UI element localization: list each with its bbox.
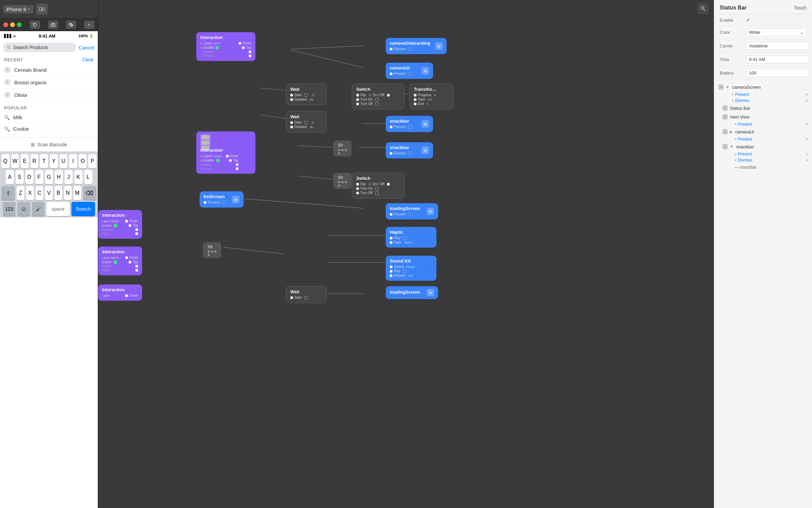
wait-node-1[interactable]: Wait Start Duration 4s xyxy=(286,84,326,105)
chevron-btn[interactable] xyxy=(84,21,94,29)
or-node-1[interactable]: Or xyxy=(333,141,352,156)
settings-btn[interactable] xyxy=(66,21,76,29)
popular-item-milk[interactable]: 🔍 Milk xyxy=(4,112,94,123)
key-f[interactable]: F xyxy=(35,170,43,184)
camera-ui-node[interactable]: cameraUI Present ⊞ xyxy=(386,63,433,79)
or-node-2[interactable]: Or xyxy=(333,173,352,189)
key-h[interactable]: H xyxy=(55,170,63,184)
battery-input[interactable] xyxy=(746,69,809,77)
wait-node-3[interactable]: Wait Start xyxy=(286,286,326,303)
key-e[interactable]: E xyxy=(21,154,29,168)
sound-kit-node[interactable]: Sound Kit Sound Compl… Play Volume 100 xyxy=(386,256,436,281)
key-u[interactable]: U xyxy=(60,154,68,168)
popular-item-cookie[interactable]: 🔍 Cookie xyxy=(4,123,94,135)
tree-item-cameraui[interactable]: □ ▶ cameraUI xyxy=(714,127,812,136)
time-input[interactable] xyxy=(746,56,809,63)
key-o[interactable]: O xyxy=(79,154,87,168)
interaction-node-1[interactable]: Interaction Layer gotIT Down Enable Tap … xyxy=(196,32,255,61)
key-search[interactable]: Search xyxy=(71,202,95,216)
device-select[interactable]: iPhone 8 xyxy=(3,5,33,14)
recent-item-breast[interactable]: ⟳ Breast organic xyxy=(4,76,94,89)
chevron-right-icon[interactable]: ▶ xyxy=(730,130,732,134)
key-a[interactable]: A xyxy=(6,170,14,184)
switch-node-2[interactable]: Switch Flip On / Off Turn On Turn Off xyxy=(352,173,404,198)
node-action-btn[interactable]: ⊞ xyxy=(427,289,434,296)
interaction-node-5[interactable]: Interaction Layer Down xyxy=(98,284,142,301)
key-delete[interactable]: ⌫ xyxy=(83,186,96,200)
key-g[interactable]: G xyxy=(45,170,53,184)
loading-screen-node-2[interactable]: loadingScreen ⊞ xyxy=(386,286,438,299)
tree-link-present-alert[interactable]: Present xyxy=(714,121,812,127)
node-action-btn[interactable]: ⊞ xyxy=(422,120,429,128)
snackbar-node-1[interactable]: snackbar Present ⊞ xyxy=(386,116,433,132)
list-screen-node[interactable]: listScreen Present ⊞ xyxy=(200,191,244,208)
wait-node-2[interactable]: Wait Start Duration 9s xyxy=(286,111,326,132)
key-l[interactable]: L xyxy=(84,170,92,184)
scan-barcode-button[interactable]: ⊞ Scan Barcode xyxy=(0,137,98,151)
snackbar-node-2[interactable]: snackbar Dismiss ⊞ xyxy=(386,142,433,158)
loading-screen-node-1[interactable]: loadingScreen Present ⊞ xyxy=(386,203,438,219)
node-action-btn[interactable]: ⊞ xyxy=(422,147,429,154)
minimize-btn[interactable] xyxy=(10,22,15,27)
chevron-down-icon[interactable]: ▼ xyxy=(726,85,729,89)
close-btn[interactable] xyxy=(3,22,8,27)
key-shift[interactable]: ⇧ xyxy=(1,186,15,200)
or-node-3[interactable]: Or xyxy=(203,242,221,258)
switch-node-1[interactable]: Switch Flip On / Off Turn On Turn Off xyxy=(352,84,404,109)
canvas-area[interactable]: Interaction Layer gotIT Down Enable Tap … xyxy=(98,0,714,508)
key-w[interactable]: W xyxy=(11,154,19,168)
key-b[interactable]: B xyxy=(54,186,62,200)
transition-node[interactable]: Transitio… Progress 0 Start 0.9 End 1 xyxy=(409,84,453,109)
search-input-wrap[interactable] xyxy=(3,43,76,52)
search-input[interactable] xyxy=(13,45,73,50)
tree-item-statusbar[interactable]: □ Status Bar xyxy=(714,104,812,112)
key-c[interactable]: C xyxy=(36,186,43,200)
clear-button[interactable]: Clear xyxy=(83,57,94,62)
tree-link-dismiss-camera[interactable]: Dismiss xyxy=(714,98,812,104)
key-k[interactable]: K xyxy=(74,170,83,184)
key-q[interactable]: Q xyxy=(1,154,9,168)
key-x[interactable]: X xyxy=(26,186,34,200)
key-j[interactable]: J xyxy=(65,170,73,184)
color-select[interactable]: White ⌄ xyxy=(746,28,807,36)
key-i[interactable]: I xyxy=(69,154,77,168)
haptic-node[interactable]: Haptic Play Type Impac… xyxy=(386,227,436,248)
node-action-btn[interactable]: ⊞ xyxy=(232,196,240,203)
node-action-btn[interactable]: ⊞ xyxy=(427,208,434,215)
key-p[interactable]: P xyxy=(88,154,96,168)
key-r[interactable]: R xyxy=(30,154,39,168)
recent-item-cereals[interactable]: ⟳ Cereals Brand xyxy=(4,64,94,76)
interaction-node-2[interactable]: Interaction Layer snack… Down Enable Tap… xyxy=(196,131,255,174)
key-v[interactable]: V xyxy=(45,186,53,200)
node-action-btn[interactable]: ⊞ xyxy=(435,42,443,50)
tree-link-present-camera[interactable]: Present xyxy=(714,91,812,98)
key-n[interactable]: N xyxy=(64,186,72,200)
tree-link-present-snackbar[interactable]: Present xyxy=(714,151,812,157)
tree-item-snackbar[interactable]: □ ▼ snackbar xyxy=(714,142,812,151)
key-y[interactable]: Y xyxy=(50,154,58,168)
recent-item-olivia[interactable]: ⟳ Olivia xyxy=(4,89,94,101)
key-space[interactable]: space xyxy=(46,202,70,216)
key-mic[interactable]: 🎤 xyxy=(32,202,45,216)
chevron-down-icon[interactable]: ▼ xyxy=(730,145,734,149)
device-layout-btn[interactable] xyxy=(36,3,48,15)
reload-btn[interactable] xyxy=(30,21,40,29)
interaction-node-4[interactable]: Interaction Layer fakeS… Down Enable Tap… xyxy=(98,247,142,275)
node-action-btn[interactable]: ⊞ xyxy=(422,67,429,75)
tree-item-snackbar-sub[interactable]: — snackBar xyxy=(714,163,812,171)
key-emoji[interactable]: ☺ xyxy=(17,202,30,216)
key-t[interactable]: T xyxy=(40,154,48,168)
camera-onboarding-node[interactable]: cameraOnboarding Dismiss ⊞ xyxy=(386,38,447,54)
key-z[interactable]: Z xyxy=(17,186,24,200)
tree-item-alertview[interactable]: □ Alert View xyxy=(714,112,812,121)
tree-link-present-cameraui[interactable]: Present xyxy=(714,136,812,142)
camera-btn[interactable] xyxy=(48,21,58,29)
key-num[interactable]: 123 xyxy=(3,202,16,216)
search-canvas-btn[interactable] xyxy=(698,3,708,14)
key-m[interactable]: M xyxy=(73,186,81,200)
tree-item-camerascreen[interactable]: □ ▼ cameraScreen xyxy=(714,83,812,91)
tree-link-dismiss-snackbar[interactable]: Dismiss xyxy=(714,157,812,163)
maximize-btn[interactable] xyxy=(17,22,22,27)
carrier-input[interactable] xyxy=(746,42,809,50)
cancel-button[interactable]: Cancel xyxy=(78,45,94,50)
